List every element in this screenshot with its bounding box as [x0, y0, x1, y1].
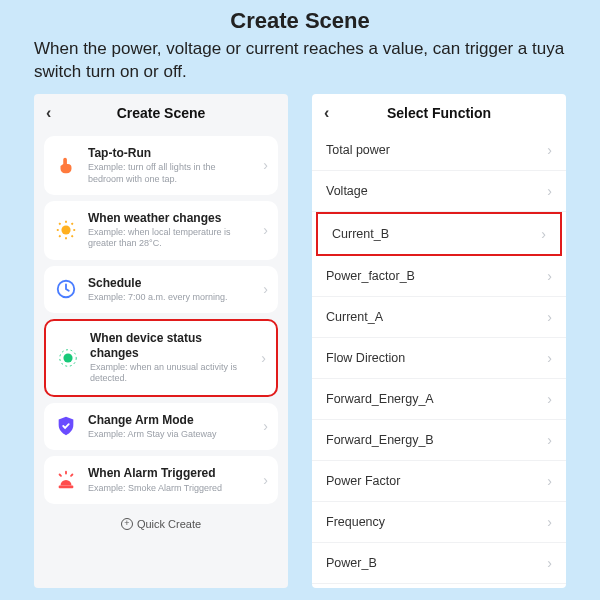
- scene-option-text: Tap-to-RunExample: turn off all lights i…: [88, 146, 253, 185]
- chevron-right-icon: ›: [547, 268, 552, 284]
- alarm-icon: [54, 468, 78, 492]
- tap-icon: [54, 153, 78, 177]
- scene-option-text: When device status changesExample: when …: [90, 331, 251, 384]
- phone-header-left: ‹ Create Scene: [34, 94, 288, 130]
- svg-line-7: [59, 236, 60, 237]
- chevron-right-icon: ›: [263, 157, 268, 173]
- phone-select-function: ‹ Select Function Total power›Voltage›Cu…: [312, 94, 566, 588]
- scene-option-text: When weather changesExample: when local …: [88, 211, 253, 250]
- function-row[interactable]: Total power›: [312, 130, 566, 171]
- back-icon[interactable]: ‹: [46, 104, 64, 122]
- function-row[interactable]: Power_B›: [312, 543, 566, 584]
- scene-option-example: Example: Smoke Alarm Triggered: [88, 483, 253, 494]
- scene-option-example: Example: when an unusual activity is det…: [90, 362, 251, 385]
- scene-option-text: Change Arm ModeExample: Arm Stay via Gat…: [88, 413, 253, 441]
- chevron-right-icon: ›: [547, 183, 552, 199]
- svg-point-10: [63, 353, 72, 362]
- phone-title-left: Create Scene: [64, 105, 258, 121]
- scene-option-label: Change Arm Mode: [88, 413, 253, 427]
- function-label: Voltage: [326, 184, 368, 198]
- function-label: Power_factor_B: [326, 269, 415, 283]
- chevron-right-icon: ›: [547, 514, 552, 530]
- chevron-right-icon: ›: [547, 391, 552, 407]
- svg-line-8: [72, 223, 73, 224]
- svg-line-5: [59, 223, 60, 224]
- function-label: Total power: [326, 143, 390, 157]
- phone-header-right: ‹ Select Function: [312, 94, 566, 130]
- function-label: Frequency: [326, 515, 385, 529]
- chevron-right-icon: ›: [263, 222, 268, 238]
- weather-icon: [54, 218, 78, 242]
- chevron-right-icon: ›: [261, 350, 266, 366]
- function-row[interactable]: Current_A›: [312, 297, 566, 338]
- arm-icon: [54, 414, 78, 438]
- function-row[interactable]: Forward_Energy_A›: [312, 379, 566, 420]
- chevron-right-icon: ›: [547, 473, 552, 489]
- chevron-right-icon: ›: [541, 226, 546, 242]
- scene-option-label: When device status changes: [90, 331, 251, 360]
- chevron-right-icon: ›: [263, 418, 268, 434]
- phones-row: ‹ Create Scene Tap-to-RunExample: turn o…: [0, 94, 600, 588]
- function-label: Flow Direction: [326, 351, 405, 365]
- scene-option-label: When Alarm Triggered: [88, 466, 253, 480]
- function-row[interactable]: Frequency›: [312, 502, 566, 543]
- function-row[interactable]: Power_factor_B›: [312, 256, 566, 297]
- page-description: When the power, voltage or current reach…: [0, 38, 600, 94]
- function-label: Forward_Energy_A: [326, 392, 434, 406]
- scene-option-example: Example: 7:00 a.m. every morning.: [88, 292, 253, 303]
- scene-option-device[interactable]: When device status changesExample: when …: [44, 319, 278, 396]
- svg-rect-12: [59, 486, 74, 489]
- chevron-right-icon: ›: [547, 142, 552, 158]
- scene-option-weather[interactable]: When weather changesExample: when local …: [44, 201, 278, 260]
- chevron-right-icon: ›: [263, 281, 268, 297]
- scene-option-label: Schedule: [88, 276, 253, 290]
- schedule-icon: [54, 277, 78, 301]
- scene-option-label: Tap-to-Run: [88, 146, 253, 160]
- chevron-right-icon: ›: [547, 555, 552, 571]
- scene-option-arm[interactable]: Change Arm ModeExample: Arm Stay via Gat…: [44, 403, 278, 451]
- scene-option-text: When Alarm TriggeredExample: Smoke Alarm…: [88, 466, 253, 494]
- svg-line-6: [72, 236, 73, 237]
- function-label: Power_B: [326, 556, 377, 570]
- phone-create-scene: ‹ Create Scene Tap-to-RunExample: turn o…: [34, 94, 288, 588]
- function-row[interactable]: Power Factor›: [312, 461, 566, 502]
- scene-option-example: Example: Arm Stay via Gateway: [88, 429, 253, 440]
- scene-option-label: When weather changes: [88, 211, 253, 225]
- quick-create-button[interactable]: + Quick Create: [34, 510, 288, 534]
- plus-icon: +: [121, 518, 133, 530]
- svg-point-0: [61, 226, 70, 235]
- scene-option-example: Example: when local temperature is great…: [88, 227, 253, 250]
- chevron-right-icon: ›: [547, 309, 552, 325]
- phone-title-right: Select Function: [342, 105, 536, 121]
- page-title: Create Scene: [0, 0, 600, 38]
- function-row[interactable]: Voltage›: [312, 171, 566, 212]
- back-icon[interactable]: ‹: [324, 104, 342, 122]
- scene-option-tap[interactable]: Tap-to-RunExample: turn off all lights i…: [44, 136, 278, 195]
- scene-option-schedule[interactable]: ScheduleExample: 7:00 a.m. every morning…: [44, 266, 278, 314]
- function-row[interactable]: Forward_Energy_B›: [312, 420, 566, 461]
- function-row[interactable]: Current_B›: [316, 212, 562, 256]
- function-label: Forward_Energy_B: [326, 433, 434, 447]
- chevron-right-icon: ›: [547, 432, 552, 448]
- device-icon: [56, 346, 80, 370]
- function-label: Current_A: [326, 310, 383, 324]
- chevron-right-icon: ›: [547, 350, 552, 366]
- function-label: Current_B: [332, 227, 389, 241]
- scene-option-alarm[interactable]: When Alarm TriggeredExample: Smoke Alarm…: [44, 456, 278, 504]
- function-label: Power Factor: [326, 474, 400, 488]
- scene-option-example: Example: turn off all lights in the bedr…: [88, 162, 253, 185]
- quick-create-label: Quick Create: [137, 518, 201, 530]
- function-row[interactable]: Flow Direction›: [312, 338, 566, 379]
- chevron-right-icon: ›: [263, 472, 268, 488]
- scene-option-text: ScheduleExample: 7:00 a.m. every morning…: [88, 276, 253, 304]
